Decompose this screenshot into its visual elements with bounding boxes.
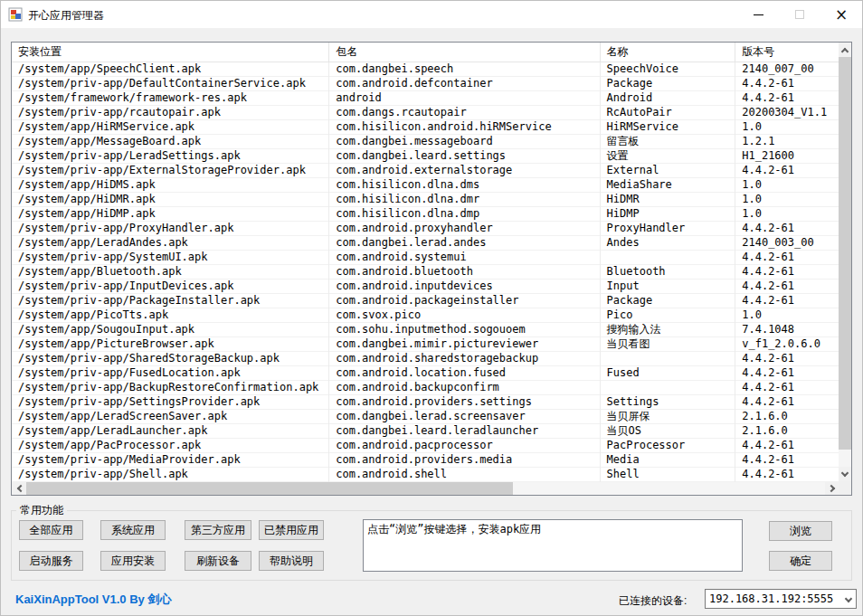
table-cell: 4.4.2-61: [735, 366, 839, 381]
table-cell: /system/framework/framework-res.apk: [12, 91, 329, 106]
table-row[interactable]: /system/priv-app/LeradSettings.apkcom.da…: [12, 149, 839, 164]
table-row[interactable]: /system/priv-app/FusedLocation.apkcom.an…: [12, 366, 839, 381]
column-header[interactable]: 名称: [601, 43, 736, 62]
table-row[interactable]: /system/priv-app/Shell.apkcom.android.sh…: [12, 468, 839, 482]
ok-button[interactable]: 确定: [769, 551, 832, 571]
table-cell: com.android.systemui: [329, 251, 600, 265]
vertical-scroll-thumb[interactable]: [839, 57, 851, 450]
table-row[interactable]: /system/app/SpeechClient.apkcom.dangbei.…: [12, 62, 839, 77]
table-row[interactable]: /system/priv-app/SettingsProvider.apkcom…: [12, 395, 839, 410]
minimize-button[interactable]: [737, 1, 779, 28]
table-cell: com.android.inputdevices: [329, 280, 600, 294]
table-cell: 设置: [601, 149, 736, 164]
table-cell: HiDMP: [601, 207, 736, 222]
table-cell: Android: [601, 91, 736, 106]
table-cell: 当贝OS: [601, 424, 736, 439]
table-cell: com.android.backupconfirm: [329, 381, 600, 395]
table-row[interactable]: /system/priv-app/ExternalStorageProvider…: [12, 164, 839, 178]
all-apps-button[interactable]: 全部应用: [19, 520, 83, 540]
table-row[interactable]: /system/priv-app/MediaProvider.apkcom.an…: [12, 453, 839, 468]
system-apps-button[interactable]: 系统应用: [100, 520, 166, 540]
table-row[interactable]: /system/app/MessageBoard.apkcom.dangbei.…: [12, 135, 839, 149]
table-row[interactable]: /system/app/PacProcessor.apkcom.android.…: [12, 439, 839, 453]
horizontal-scroll-thumb[interactable]: [26, 482, 513, 495]
table-cell: 1.0: [735, 178, 839, 193]
vertical-scrollbar[interactable]: [839, 43, 851, 481]
table-cell: /system/priv-app/ProxyHandler.apk: [12, 222, 329, 236]
table-cell: 1.0: [735, 207, 839, 222]
table-cell: 搜狗输入法: [601, 323, 736, 337]
table-cell: 1.0: [735, 120, 839, 135]
table-cell: com.android.providers.settings: [329, 395, 600, 410]
table-cell: /system/priv-app/ExternalStorageProvider…: [12, 164, 329, 178]
table-row[interactable]: /system/app/HiDMS.apkcom.hisilicon.dlna.…: [12, 178, 839, 193]
table-row[interactable]: /system/priv-app/BackupRestoreConfirmati…: [12, 381, 839, 395]
close-button[interactable]: ×: [820, 1, 862, 28]
refresh-device-button[interactable]: 刷新设备: [185, 551, 251, 571]
scroll-right-button[interactable]: [825, 482, 839, 495]
table-cell: 4.4.2-61: [735, 352, 839, 366]
table-row[interactable]: /system/priv-app/ProxyHandler.apkcom.and…: [12, 222, 839, 236]
table-cell: android: [329, 91, 600, 106]
table-cell: /system/priv-app/InputDevices.apk: [12, 280, 329, 294]
disabled-apps-button[interactable]: 已禁用应用: [259, 520, 324, 540]
help-button[interactable]: 帮助说明: [259, 551, 324, 571]
scroll-down-button[interactable]: [839, 467, 851, 481]
table-row[interactable]: /system/priv-app/DefaultContainerService…: [12, 77, 839, 91]
table-row[interactable]: /system/app/HiDMP.apkcom.hisilicon.dlna.…: [12, 207, 839, 222]
connected-device-label: 已连接的设备:: [619, 593, 687, 609]
table-row[interactable]: /system/priv-app/rcautopair.apkcom.dangs…: [12, 106, 839, 120]
scroll-up-button[interactable]: [839, 43, 851, 57]
third-party-apps-button[interactable]: 第三方应用: [185, 520, 251, 540]
table-row[interactable]: /system/priv-app/InputDevices.apkcom.and…: [12, 280, 839, 294]
table-row[interactable]: /system/app/PicoTts.apkcom.svox.picoPico…: [12, 308, 839, 323]
scroll-left-button[interactable]: [12, 482, 26, 495]
column-header[interactable]: 包名: [329, 43, 600, 62]
table-row[interactable]: /system/app/PictureBrowser.apkcom.dangbe…: [12, 337, 839, 352]
table-row[interactable]: /system/app/LeradLauncher.apkcom.dangbei…: [12, 424, 839, 439]
table-cell: /system/priv-app/MediaProvider.apk: [12, 453, 329, 468]
horizontal-scrollbar[interactable]: [12, 482, 839, 495]
start-service-button[interactable]: 启动服务: [19, 551, 83, 571]
table-cell: ProxyHandler: [601, 222, 736, 236]
column-header[interactable]: 版本号: [735, 43, 839, 62]
table-cell: com.dangbei.messageboard: [329, 135, 600, 149]
table-cell: /system/app/PacProcessor.apk: [12, 439, 329, 453]
table-cell: com.hisilicon.android.hiRMService: [329, 120, 600, 135]
table-cell: com.android.packageinstaller: [329, 294, 600, 308]
table-row[interactable]: /system/app/LeradScreenSaver.apkcom.dang…: [12, 410, 839, 424]
table-cell: /system/app/MessageBoard.apk: [12, 135, 329, 149]
table-cell: /system/priv-app/Shell.apk: [12, 468, 329, 482]
column-header[interactable]: 安装位置: [12, 43, 329, 62]
table-cell: /system/app/HiDMR.apk: [12, 193, 329, 207]
table-row[interactable]: /system/app/HiDMR.apkcom.hisilicon.dlna.…: [12, 193, 839, 207]
app-icon: [8, 7, 23, 22]
device-combobox[interactable]: 192.168.31.192:5555: [705, 589, 857, 609]
table-cell: com.android.externalstorage: [329, 164, 600, 178]
table-cell: /system/app/PicoTts.apk: [12, 308, 329, 323]
table-cell: 4.4.2-61: [735, 453, 839, 468]
table-cell: /system/app/HiDMS.apk: [12, 178, 329, 193]
table-row[interactable]: /system/app/SougouInput.apkcom.sohu.inpu…: [12, 323, 839, 337]
table-row[interactable]: /system/framework/framework-res.apkandro…: [12, 91, 839, 106]
table-cell: /system/app/SpeechClient.apk: [12, 62, 329, 77]
table-cell: HiRMService: [601, 120, 736, 135]
table-cell: Andes: [601, 236, 736, 251]
browse-button[interactable]: 浏览: [769, 521, 832, 541]
table-body: /system/app/SpeechClient.apkcom.dangbei.…: [12, 62, 839, 482]
install-path-textbox[interactable]: 点击“浏览”按键选择，安装apk应用: [363, 519, 743, 572]
app-install-button[interactable]: 应用安装: [100, 551, 166, 571]
table-cell: HiDMR: [601, 193, 736, 207]
table-row[interactable]: /system/priv-app/PackageInstaller.apkcom…: [12, 294, 839, 308]
table-cell: 4.4.2-61: [735, 395, 839, 410]
table-row[interactable]: /system/priv-app/SystemUI.apkcom.android…: [12, 251, 839, 265]
table-row[interactable]: /system/app/LeradAndes.apkcom.dangbei.le…: [12, 236, 839, 251]
table-cell: 1.0: [735, 193, 839, 207]
table-row[interactable]: /system/app/Bluetooth.apkcom.android.blu…: [12, 265, 839, 280]
table-row[interactable]: /system/priv-app/SharedStorageBackup.apk…: [12, 352, 839, 366]
table-cell: [601, 352, 736, 366]
table-row[interactable]: /system/app/HiRMService.apkcom.hisilicon…: [12, 120, 839, 135]
table-cell: Package: [601, 294, 736, 308]
table-cell: [601, 381, 736, 395]
table-cell: Media: [601, 453, 736, 468]
